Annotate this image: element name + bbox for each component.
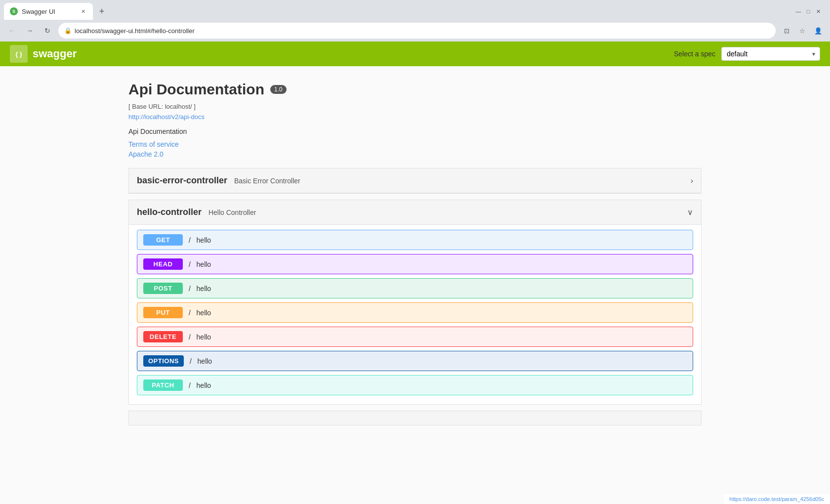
method-badge-delete: DELETE [143, 331, 183, 342]
endpoint-delete-hello[interactable]: DELETE / hello [137, 327, 693, 347]
swagger-header: { } swagger Select a spec default [0, 42, 830, 66]
basic-error-controller-desc: Basic Error Controller [234, 177, 300, 185]
hello-controller-name: hello-controller [137, 207, 202, 217]
window-controls: — □ ✕ [794, 7, 826, 15]
spec-select-wrapper[interactable]: default [721, 47, 820, 61]
tab-bar: S Swagger UI ✕ + — □ ✕ [0, 0, 830, 20]
maximize-button[interactable]: □ [804, 7, 812, 15]
swagger-ui: { } swagger Select a spec default Api Do… [0, 42, 830, 446]
address-bar-actions: ⊡ ☆ 👤 [780, 24, 825, 38]
method-badge-put: PUT [143, 307, 183, 318]
method-badge-post: POST [143, 283, 183, 294]
endpoint-head-hello[interactable]: HEAD / hello [137, 254, 693, 274]
endpoints-list: GET / hello HEAD / hello POST / hello PU… [129, 225, 701, 404]
api-title: Api Documentation [128, 81, 264, 98]
reload-button[interactable]: ↻ [41, 24, 54, 38]
tab-title: Swagger UI [22, 8, 75, 15]
browser-chrome: S Swagger UI ✕ + — □ ✕ ← → ↻ 🔒 localhost… [0, 0, 830, 42]
endpoint-options-hello[interactable]: OPTIONS / hello [137, 351, 693, 371]
new-tab-button[interactable]: + [95, 4, 109, 18]
browser-tab[interactable]: S Swagger UI ✕ [4, 3, 93, 20]
endpoint-patch-hello[interactable]: PATCH / hello [137, 375, 693, 395]
api-description: Api Documentation [128, 127, 702, 135]
spec-selector-label: Select a spec [674, 50, 715, 58]
basic-error-controller-name: basic-error-controller [137, 175, 227, 185]
address-bar[interactable]: 🔒 localhost/swagger-ui.html#/hello-contr… [58, 23, 776, 39]
minimize-button[interactable]: — [794, 7, 802, 15]
endpoint-get-hello[interactable]: GET / hello [137, 230, 693, 250]
basic-error-controller-group: basic-error-controller Basic Error Contr… [128, 168, 702, 194]
spec-selector: Select a spec default [674, 47, 820, 61]
next-controller-header [129, 411, 701, 425]
close-window-button[interactable]: ✕ [814, 7, 822, 15]
terms-of-service-link[interactable]: Terms of service [128, 140, 702, 148]
endpoint-put-hello[interactable]: PUT / hello [137, 302, 693, 323]
basic-error-controller-chevron: › [691, 176, 693, 185]
security-icon: 🔒 [64, 27, 72, 34]
api-base-url: [ Base URL: localhost/ ] [128, 103, 702, 110]
hello-controller-group: hello-controller Hello Controller ∨ GET … [128, 200, 702, 405]
endpoint-path-get: / hello [189, 236, 211, 244]
method-badge-get: GET [143, 234, 183, 246]
endpoint-path-head: / hello [189, 260, 211, 268]
address-text: localhost/swagger-ui.html#/hello-control… [75, 27, 195, 35]
profile-button[interactable]: 👤 [811, 24, 825, 38]
tab-close-button[interactable]: ✕ [79, 7, 87, 15]
endpoint-path-post: / hello [189, 285, 211, 293]
back-button[interactable]: ← [5, 24, 19, 38]
endpoint-path-delete: / hello [189, 333, 211, 341]
next-controller-group [128, 411, 702, 425]
endpoint-path-options: / hello [190, 357, 212, 365]
hello-controller-chevron: ∨ [687, 208, 693, 217]
controllers-section: basic-error-controller Basic Error Contr… [128, 168, 702, 425]
api-title-row: Api Documentation 1.0 [128, 81, 702, 98]
swagger-logo-text: swagger [33, 47, 77, 60]
endpoint-path-patch: / hello [189, 381, 211, 389]
tab-favicon: S [10, 7, 18, 15]
forward-button[interactable]: → [23, 24, 37, 38]
endpoint-path-put: / hello [189, 309, 211, 317]
hello-controller-header[interactable]: hello-controller Hello Controller ∨ [129, 200, 701, 225]
method-badge-options: OPTIONS [143, 355, 184, 367]
hello-controller-desc: Hello Controller [208, 209, 256, 216]
api-version-badge: 1.0 [270, 85, 287, 94]
swagger-logo-icon: { } [10, 45, 28, 63]
method-badge-head: HEAD [143, 258, 183, 270]
controller-name-row-hello: hello-controller Hello Controller [137, 207, 256, 217]
bookmark-button[interactable]: ☆ [795, 24, 809, 38]
spec-select[interactable]: default [721, 47, 820, 61]
endpoint-post-hello[interactable]: POST / hello [137, 278, 693, 298]
basic-error-controller-header[interactable]: basic-error-controller Basic Error Contr… [129, 168, 701, 193]
swagger-logo: { } swagger [10, 45, 77, 63]
api-docs-link[interactable]: http://localhost/v2/api-docs [128, 113, 702, 121]
address-bar-row: ← → ↻ 🔒 localhost/swagger-ui.html#/hello… [0, 20, 830, 42]
controller-name-row: basic-error-controller Basic Error Contr… [137, 175, 300, 186]
swagger-content: Api Documentation 1.0 [ Base URL: localh… [119, 66, 711, 446]
license-link[interactable]: Apache 2.0 [128, 150, 702, 158]
method-badge-patch: PATCH [143, 379, 183, 391]
reader-mode-button[interactable]: ⊡ [780, 24, 793, 38]
